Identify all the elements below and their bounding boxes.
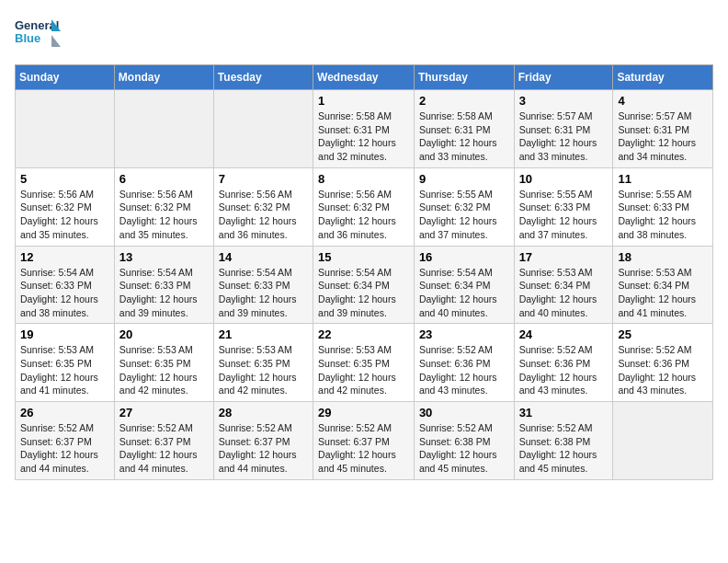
day-info: Sunrise: 5:52 AM Sunset: 6:36 PM Dayligh… — [419, 343, 509, 397]
weekday-header-cell: Saturday — [613, 65, 713, 90]
calendar-cell: 8Sunrise: 5:56 AM Sunset: 6:32 PM Daylig… — [313, 167, 415, 246]
weekday-header-cell: Thursday — [414, 65, 514, 90]
calendar-cell: 28Sunrise: 5:52 AM Sunset: 6:37 PM Dayli… — [213, 402, 313, 480]
calendar-week-row: 26Sunrise: 5:52 AM Sunset: 6:37 PM Dayli… — [16, 402, 713, 480]
calendar-cell — [213, 90, 313, 168]
day-number: 5 — [20, 172, 109, 186]
calendar-cell: 4Sunrise: 5:57 AM Sunset: 6:31 PM Daylig… — [613, 90, 713, 168]
day-number: 25 — [618, 327, 708, 341]
calendar-cell: 10Sunrise: 5:55 AM Sunset: 6:33 PM Dayli… — [514, 167, 613, 246]
calendar-cell: 3Sunrise: 5:57 AM Sunset: 6:31 PM Daylig… — [514, 90, 613, 168]
calendar-cell: 16Sunrise: 5:54 AM Sunset: 6:34 PM Dayli… — [414, 246, 514, 324]
calendar-week-row: 12Sunrise: 5:54 AM Sunset: 6:33 PM Dayli… — [16, 246, 713, 324]
weekday-header-cell: Tuesday — [213, 65, 313, 90]
day-info: Sunrise: 5:56 AM Sunset: 6:32 PM Dayligh… — [318, 188, 409, 242]
day-number: 2 — [419, 94, 509, 108]
day-number: 27 — [119, 406, 209, 419]
calendar-cell: 30Sunrise: 5:52 AM Sunset: 6:38 PM Dayli… — [414, 402, 514, 480]
day-number: 31 — [519, 406, 609, 419]
calendar-cell: 6Sunrise: 5:56 AM Sunset: 6:32 PM Daylig… — [114, 167, 213, 246]
calendar-cell: 7Sunrise: 5:56 AM Sunset: 6:32 PM Daylig… — [213, 167, 313, 246]
calendar-cell: 29Sunrise: 5:52 AM Sunset: 6:37 PM Dayli… — [313, 402, 415, 480]
calendar-cell: 1Sunrise: 5:58 AM Sunset: 6:31 PM Daylig… — [313, 90, 415, 168]
calendar-cell: 27Sunrise: 5:52 AM Sunset: 6:37 PM Dayli… — [114, 402, 213, 480]
weekday-header-cell: Sunday — [16, 65, 115, 90]
calendar-cell: 2Sunrise: 5:58 AM Sunset: 6:31 PM Daylig… — [414, 90, 514, 168]
day-number: 11 — [618, 172, 708, 186]
day-info: Sunrise: 5:53 AM Sunset: 6:34 PM Dayligh… — [519, 266, 609, 320]
day-number: 17 — [519, 250, 609, 264]
day-number: 18 — [618, 250, 708, 264]
day-number: 13 — [119, 250, 209, 264]
calendar-cell: 19Sunrise: 5:53 AM Sunset: 6:35 PM Dayli… — [16, 324, 115, 402]
day-number: 23 — [419, 327, 509, 341]
day-number: 19 — [20, 327, 109, 341]
day-number: 16 — [419, 250, 509, 264]
day-number: 12 — [20, 250, 109, 264]
day-number: 22 — [318, 327, 409, 341]
day-info: Sunrise: 5:53 AM Sunset: 6:35 PM Dayligh… — [119, 343, 209, 397]
calendar-cell: 23Sunrise: 5:52 AM Sunset: 6:36 PM Dayli… — [414, 324, 514, 402]
calendar-cell: 26Sunrise: 5:52 AM Sunset: 6:37 PM Dayli… — [16, 402, 115, 480]
day-info: Sunrise: 5:53 AM Sunset: 6:35 PM Dayligh… — [318, 343, 409, 397]
day-info: Sunrise: 5:56 AM Sunset: 6:32 PM Dayligh… — [219, 188, 308, 242]
day-info: Sunrise: 5:52 AM Sunset: 6:37 PM Dayligh… — [219, 421, 308, 476]
weekday-header-row: SundayMondayTuesdayWednesdayThursdayFrid… — [16, 65, 713, 90]
calendar-cell: 11Sunrise: 5:55 AM Sunset: 6:33 PM Dayli… — [613, 167, 713, 246]
day-number: 28 — [219, 406, 308, 419]
day-info: Sunrise: 5:53 AM Sunset: 6:34 PM Dayligh… — [618, 266, 708, 320]
day-number: 20 — [119, 327, 209, 341]
page-header: General Blue — [15, 15, 713, 55]
day-info: Sunrise: 5:57 AM Sunset: 6:31 PM Dayligh… — [519, 109, 609, 164]
calendar-cell — [16, 90, 115, 168]
day-info: Sunrise: 5:56 AM Sunset: 6:32 PM Dayligh… — [20, 188, 109, 242]
logo: General Blue — [15, 15, 61, 55]
calendar-cell: 14Sunrise: 5:54 AM Sunset: 6:33 PM Dayli… — [213, 246, 313, 324]
svg-marker-3 — [51, 35, 61, 47]
calendar-cell: 24Sunrise: 5:52 AM Sunset: 6:36 PM Dayli… — [514, 324, 613, 402]
day-info: Sunrise: 5:52 AM Sunset: 6:36 PM Dayligh… — [519, 343, 609, 397]
day-number: 15 — [318, 250, 409, 264]
day-info: Sunrise: 5:54 AM Sunset: 6:34 PM Dayligh… — [419, 266, 509, 320]
day-number: 6 — [119, 172, 209, 186]
calendar-cell: 31Sunrise: 5:52 AM Sunset: 6:38 PM Dayli… — [514, 402, 613, 480]
day-info: Sunrise: 5:58 AM Sunset: 6:31 PM Dayligh… — [318, 109, 409, 164]
day-info: Sunrise: 5:55 AM Sunset: 6:32 PM Dayligh… — [419, 188, 509, 242]
day-number: 24 — [519, 327, 609, 341]
day-info: Sunrise: 5:52 AM Sunset: 6:38 PM Dayligh… — [519, 421, 609, 476]
weekday-header-cell: Monday — [114, 65, 213, 90]
calendar-cell: 5Sunrise: 5:56 AM Sunset: 6:32 PM Daylig… — [16, 167, 115, 246]
calendar-cell: 20Sunrise: 5:53 AM Sunset: 6:35 PM Dayli… — [114, 324, 213, 402]
day-number: 7 — [219, 172, 308, 186]
calendar-cell: 18Sunrise: 5:53 AM Sunset: 6:34 PM Dayli… — [613, 246, 713, 324]
calendar-cell — [613, 402, 713, 480]
logo-svg: General Blue — [15, 15, 61, 55]
day-number: 9 — [419, 172, 509, 186]
day-info: Sunrise: 5:52 AM Sunset: 6:37 PM Dayligh… — [119, 421, 209, 476]
day-info: Sunrise: 5:54 AM Sunset: 6:34 PM Dayligh… — [318, 266, 409, 320]
calendar-cell: 25Sunrise: 5:52 AM Sunset: 6:36 PM Dayli… — [613, 324, 713, 402]
day-number: 26 — [20, 406, 109, 419]
day-number: 4 — [618, 94, 708, 108]
calendar-body: 1Sunrise: 5:58 AM Sunset: 6:31 PM Daylig… — [16, 90, 713, 480]
day-number: 29 — [318, 406, 409, 419]
calendar-week-row: 1Sunrise: 5:58 AM Sunset: 6:31 PM Daylig… — [16, 90, 713, 168]
calendar-cell: 13Sunrise: 5:54 AM Sunset: 6:33 PM Dayli… — [114, 246, 213, 324]
calendar-cell: 12Sunrise: 5:54 AM Sunset: 6:33 PM Dayli… — [16, 246, 115, 324]
day-number: 3 — [519, 94, 609, 108]
calendar-cell: 15Sunrise: 5:54 AM Sunset: 6:34 PM Dayli… — [313, 246, 415, 324]
day-info: Sunrise: 5:54 AM Sunset: 6:33 PM Dayligh… — [219, 266, 308, 320]
day-number: 14 — [219, 250, 308, 264]
day-info: Sunrise: 5:55 AM Sunset: 6:33 PM Dayligh… — [618, 188, 708, 242]
calendar-cell — [114, 90, 213, 168]
calendar-cell: 17Sunrise: 5:53 AM Sunset: 6:34 PM Dayli… — [514, 246, 613, 324]
day-info: Sunrise: 5:54 AM Sunset: 6:33 PM Dayligh… — [119, 266, 209, 320]
calendar-week-row: 5Sunrise: 5:56 AM Sunset: 6:32 PM Daylig… — [16, 167, 713, 246]
svg-text:Blue: Blue — [15, 31, 40, 45]
day-info: Sunrise: 5:55 AM Sunset: 6:33 PM Dayligh… — [519, 188, 609, 242]
day-info: Sunrise: 5:57 AM Sunset: 6:31 PM Dayligh… — [618, 109, 708, 164]
calendar-table: SundayMondayTuesdayWednesdayThursdayFrid… — [15, 64, 713, 480]
calendar-cell: 21Sunrise: 5:53 AM Sunset: 6:35 PM Dayli… — [213, 324, 313, 402]
day-number: 1 — [318, 94, 409, 108]
calendar-cell: 9Sunrise: 5:55 AM Sunset: 6:32 PM Daylig… — [414, 167, 514, 246]
